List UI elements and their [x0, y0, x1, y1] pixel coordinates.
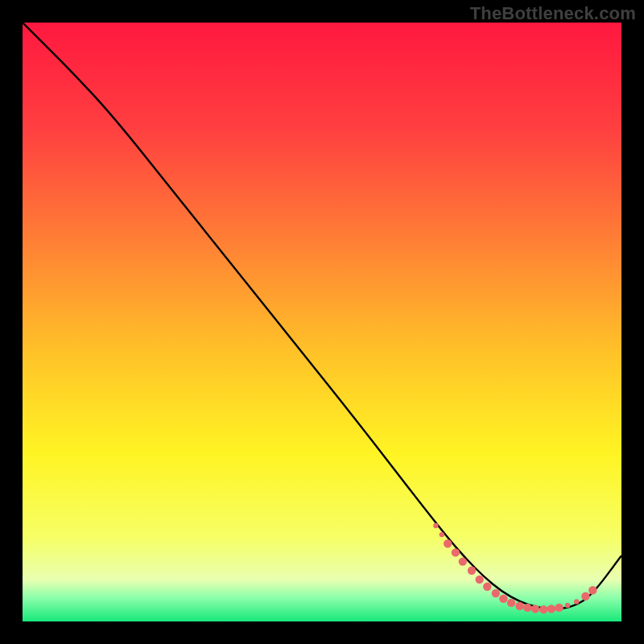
curve-marker: [574, 599, 579, 604]
curve-marker: [440, 532, 444, 537]
chart-svg: [23, 23, 621, 621]
curve-marker: [492, 589, 500, 597]
curve-marker: [507, 599, 515, 607]
curve-marker: [555, 604, 563, 612]
curve-marker: [523, 604, 531, 612]
curve-marker: [539, 605, 547, 613]
curve-marker: [515, 602, 523, 610]
curve-marker: [468, 567, 476, 575]
chart-container: TheBottleneck.com: [0, 0, 644, 644]
curve-marker: [433, 523, 438, 528]
gradient-background: [23, 23, 621, 621]
curve-marker: [499, 595, 507, 603]
curve-marker: [444, 539, 452, 547]
curve-marker: [565, 603, 570, 608]
curve-marker: [581, 592, 589, 601]
curve-marker: [459, 557, 467, 565]
curve-marker: [588, 586, 597, 594]
curve-marker: [483, 583, 491, 591]
plot-area: [23, 23, 621, 621]
curve-marker: [531, 605, 539, 613]
curve-marker: [547, 605, 555, 613]
curve-marker: [452, 548, 460, 556]
watermark-text: TheBottleneck.com: [470, 3, 636, 24]
curve-marker: [476, 576, 484, 584]
